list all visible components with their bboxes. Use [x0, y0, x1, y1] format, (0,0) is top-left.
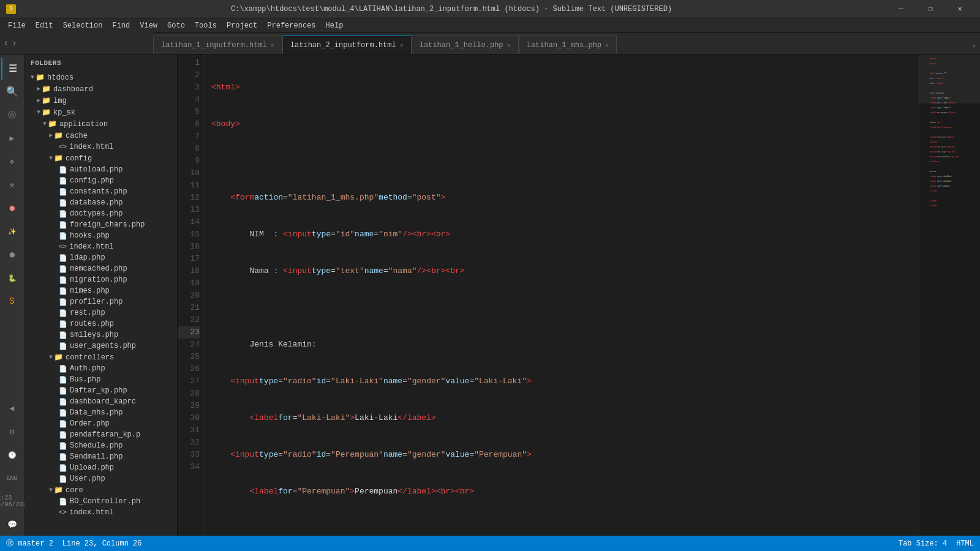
menu-file[interactable]: File: [3, 20, 31, 31]
tab-label: latihan_1_inputform.html: [161, 41, 267, 50]
minimap: <html> <body> <form action=""> NIM : <in…: [919, 54, 980, 536]
sidebar-item-sendmail[interactable]: 📄 Sendmail.php: [24, 451, 177, 462]
sidebar-item-daftar-kp[interactable]: 📄 Daftar_kp.php: [24, 385, 177, 396]
sidebar-item-database[interactable]: 📄 database.php: [24, 197, 177, 208]
line-numbers: 1 2 3 4 5 6 7 8 9 10 11 12 13 14 15 16 1…: [178, 54, 205, 536]
sidebar-item-user[interactable]: 📄 User.php: [24, 473, 177, 484]
star-icon[interactable]: ✨: [1, 220, 23, 242]
menu-tools[interactable]: Tools: [190, 20, 222, 31]
window-controls[interactable]: — ❐ ✕: [887, 0, 974, 18]
sidebar-item-doctypes[interactable]: 📄 doctypes.php: [24, 208, 177, 219]
git-count: 2: [49, 539, 53, 548]
sidebar-item-hooks[interactable]: 📄 hooks.php: [24, 230, 177, 241]
sublime-icon[interactable]: S: [1, 290, 23, 312]
sidebar-item-config[interactable]: ▼ 📁 config: [24, 152, 177, 164]
minimize-button[interactable]: —: [887, 0, 915, 18]
sidebar-item-controllers[interactable]: ▼ 📁 controllers: [24, 351, 177, 363]
line-num-33: 33: [178, 449, 200, 461]
arrow-icon: ►: [49, 132, 53, 139]
close-button[interactable]: ✕: [946, 0, 974, 18]
chat-icon[interactable]: 💬: [1, 514, 23, 536]
search-icon[interactable]: 🔍: [1, 81, 23, 103]
collapse-icon[interactable]: ◀: [1, 397, 23, 419]
tab-close-icon[interactable]: ✕: [271, 42, 274, 49]
explorer-icon[interactable]: ☰: [1, 58, 23, 80]
sidebar-item-img[interactable]: ► 📁 img: [24, 95, 177, 107]
tab-label: latihan_1_hello.php: [420, 41, 503, 50]
sidebar-item-memcached[interactable]: 📄 memcached.php: [24, 263, 177, 274]
menu-goto[interactable]: Goto: [162, 20, 190, 31]
python-icon[interactable]: 🐍: [1, 267, 23, 289]
sidebar-item-htdocs[interactable]: ▼ 📁 htdocs: [24, 72, 177, 83]
code-line-7: [211, 302, 919, 314]
sidebar-item-core[interactable]: ▼ 📁 core: [24, 484, 177, 496]
menu-help[interactable]: Help: [321, 20, 349, 31]
sidebar-item-rest[interactable]: 📄 rest.php: [24, 307, 177, 318]
git-icon[interactable]: ⬢: [1, 197, 23, 219]
menu-edit[interactable]: Edit: [31, 20, 58, 31]
sidebar-item-smileys[interactable]: 📄 smileys.php: [24, 329, 177, 340]
tab-close-icon[interactable]: ✕: [605, 42, 609, 49]
sidebar-item-index-html-cache[interactable]: <> index.html: [24, 141, 177, 152]
file-label: config.php: [70, 176, 114, 185]
sidebar-item-bus[interactable]: 📄 Bus.php: [24, 374, 177, 385]
file-label: dashboard_kaprc: [70, 397, 136, 406]
sidebar-item-dashboard-kaprc[interactable]: 📄 dashboard_kaprc: [24, 396, 177, 407]
sidebar-item-autoload[interactable]: 📄 autoload.php: [24, 164, 177, 175]
sidebar-item-cache[interactable]: ► 📁 cache: [24, 130, 177, 141]
extensions-icon[interactable]: ❖: [1, 151, 23, 173]
tab-scroll-icon[interactable]: ⌄: [968, 33, 980, 54]
tab-latihan1-inputform[interactable]: latihan_1_inputform.html ✕: [153, 36, 282, 54]
sidebar-item-dashboard[interactable]: ► 📁 dashboard: [24, 83, 177, 95]
menu-project[interactable]: Project: [222, 20, 262, 31]
sidebar-item-mimes[interactable]: 📄 mimes.php: [24, 285, 177, 296]
sidebar-item-user-agents[interactable]: 📄 user_agents.php: [24, 340, 177, 351]
sidebar-item-constants[interactable]: 📄 constants.php: [24, 186, 177, 197]
sidebar-item-upload[interactable]: 📄 Upload.php: [24, 462, 177, 473]
sidebar-item-ldap[interactable]: 📄 ldap.php: [24, 252, 177, 263]
sidebar-item-routes[interactable]: 📄 routes.php: [24, 318, 177, 329]
sidebar-item-kp_sk[interactable]: ▼ 📁 kp_sk: [24, 107, 177, 118]
tab-close-icon[interactable]: ✕: [400, 42, 404, 49]
tab-latihan1-mhs[interactable]: latihan_1_mhs.php ✕: [519, 36, 617, 54]
debug-icon[interactable]: ▶: [1, 127, 23, 149]
folder-label: kp_sk: [53, 108, 75, 117]
tab-latihan2-inputform[interactable]: latihan_2_inputform.html ✕: [282, 36, 412, 54]
folder-label: dashboard: [53, 85, 93, 94]
file-icon: 📄: [59, 453, 67, 461]
sidebar-item-config-php[interactable]: 📄 config.php: [24, 175, 177, 186]
line-num-4: 4: [178, 94, 200, 106]
sidebar-item-order[interactable]: 📄 Order.php: [24, 418, 177, 429]
nav-back-icon[interactable]: ‹: [3, 38, 9, 49]
source-control-icon[interactable]: Ⓡ: [1, 104, 23, 126]
clock-icon[interactable]: 🕐: [1, 444, 23, 466]
code-content[interactable]: <html> <body> <form action="latihan_1_mh…: [205, 54, 919, 536]
sidebar-item-bd-controller[interactable]: 📄 BD_Controller.ph: [24, 496, 177, 507]
tab-close-icon[interactable]: ✕: [507, 42, 511, 49]
sidebar-item-profiler[interactable]: 📄 profiler.php: [24, 296, 177, 307]
sidebar-item-application[interactable]: ▼ 📁 application: [24, 118, 177, 130]
tools-icon[interactable]: ⚒: [1, 174, 23, 196]
nav-forward-icon[interactable]: ›: [12, 38, 18, 49]
folder-label: htdocs: [47, 73, 74, 82]
sidebar-item-migration[interactable]: 📄 migration.php: [24, 274, 177, 285]
sidebar-item-foreign-chars[interactable]: 📄 foreign_chars.php: [24, 219, 177, 230]
settings-icon[interactable]: ⚙: [1, 421, 23, 443]
sidebar-item-index-html-core[interactable]: <> index.html: [24, 507, 177, 518]
menu-bar: File Edit Selection Find View Goto Tools…: [0, 18, 980, 33]
hex-icon[interactable]: ⬢: [1, 244, 23, 266]
file-label: pendaftaran_kp.p: [70, 430, 140, 439]
sidebar-item-auth[interactable]: 📄 Auth.php: [24, 363, 177, 374]
menu-preferences[interactable]: Preferences: [262, 20, 320, 31]
sidebar-item-data-mhs[interactable]: 📄 Data_mhs.php: [24, 407, 177, 418]
sidebar-item-index-html[interactable]: <> index.html: [24, 241, 177, 252]
line-num-17: 17: [178, 253, 200, 265]
tab-latihan1-hello[interactable]: latihan_1_hello.php ✕: [412, 36, 519, 54]
maximize-button[interactable]: ❐: [916, 0, 944, 18]
menu-find[interactable]: Find: [107, 20, 135, 31]
menu-selection[interactable]: Selection: [58, 20, 108, 31]
menu-view[interactable]: View: [135, 20, 162, 31]
sidebar-item-pendaftaran[interactable]: 📄 pendaftaran_kp.p: [24, 429, 177, 440]
sidebar-item-schedule[interactable]: 📄 Schedule.php: [24, 440, 177, 451]
file-label: Data_mhs.php: [70, 408, 123, 417]
